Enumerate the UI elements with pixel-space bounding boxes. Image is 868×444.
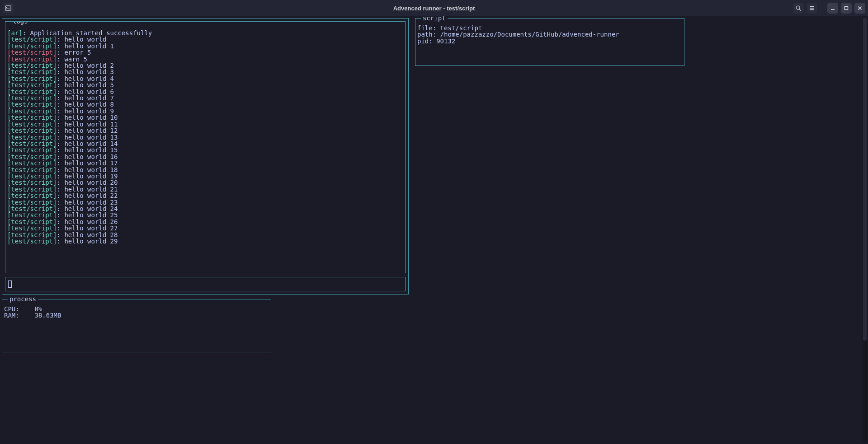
- ram-label: RAM:: [4, 312, 19, 319]
- search-button[interactable]: [793, 3, 804, 14]
- terminal-icon: [5, 5, 11, 11]
- log-line: [test/script]: hello world 28: [7, 232, 403, 238]
- pid-label: pid:: [417, 37, 433, 45]
- log-line: [test/script]: hello world 5: [7, 82, 403, 88]
- window-title: Advenced runner - test/script: [393, 5, 475, 12]
- log-line: [test/script]: error 5: [7, 49, 403, 56]
- minimize-icon: [830, 6, 835, 10]
- ram-value: 38.63MB: [34, 312, 61, 319]
- logs-outer-panel: logs [ar]: Application started successfu…: [2, 18, 409, 294]
- log-line: [test/script]: hello world 20: [7, 179, 403, 186]
- terminal-content: logs [ar]: Application started successfu…: [0, 16, 868, 444]
- script-file-line: file: test/script: [417, 25, 682, 31]
- window-titlebar: Advenced runner - test/script: [0, 0, 868, 16]
- log-line: [test/script]: hello world 22: [7, 192, 403, 199]
- new-tab-button[interactable]: [3, 3, 14, 14]
- script-path-line: path: /home/pazzazzo/Documents/GitHub/ad…: [417, 31, 682, 37]
- log-line: [test/script]: hello world 10: [7, 114, 403, 121]
- script-pid-line: pid: 90132: [417, 38, 682, 44]
- command-input[interactable]: [5, 277, 406, 291]
- process-panel: process CPU: 0% RAM: 38.63MB: [2, 299, 271, 352]
- log-line: [test/script]: hello world 9: [7, 108, 403, 114]
- log-line: [test/script]: hello world 7: [7, 95, 403, 101]
- log-line: [test/script]: hello world 21: [7, 186, 403, 192]
- scrollbar-thumb[interactable]: [863, 18, 867, 341]
- log-line: [test/script]: hello world 25: [7, 212, 403, 218]
- log-line: [test/script]: hello world 26: [7, 219, 403, 225]
- log-line: [test/script]: hello world 8: [7, 101, 403, 107]
- log-line: [test/script]: hello world 16: [7, 154, 403, 160]
- log-line: [test/script]: hello world 15: [7, 147, 403, 153]
- cursor-icon: [8, 280, 12, 288]
- pid-value: 90132: [436, 37, 455, 45]
- log-line: [test/script]: hello world 12: [7, 127, 403, 134]
- process-panel-legend: process: [8, 295, 38, 303]
- menu-button[interactable]: [807, 3, 817, 14]
- log-line: [test/script]: hello world 23: [7, 199, 403, 206]
- maximize-button[interactable]: [841, 3, 852, 14]
- process-ram-line: RAM: 38.63MB: [4, 312, 269, 318]
- minimize-button[interactable]: [827, 3, 838, 14]
- close-icon: [858, 6, 862, 10]
- svg-rect-0: [5, 6, 11, 11]
- window-scrollbar[interactable]: [863, 18, 867, 442]
- log-line: [test/script]: hello world 4: [7, 75, 403, 82]
- hamburger-icon: [809, 5, 815, 11]
- log-line: [test/script]: hello world 17: [7, 160, 403, 166]
- search-icon: [795, 5, 802, 11]
- close-button[interactable]: [854, 3, 865, 14]
- log-line: [test/script]: hello world 1: [7, 43, 403, 49]
- log-line: [test/script]: hello world 29: [7, 238, 403, 244]
- script-panel-legend: script: [421, 16, 448, 22]
- log-line: [test/script]: hello world 14: [7, 140, 403, 147]
- script-panel: script file: test/script path: /home/paz…: [415, 18, 684, 66]
- log-message: hello world 29: [64, 238, 118, 245]
- path-value: /home/pazzazzo/Documents/GitHub/advenced…: [440, 31, 619, 38]
- log-tag: [test/script]: [7, 238, 57, 245]
- log-line: [test/script]: hello world: [7, 36, 403, 42]
- svg-rect-7: [845, 7, 848, 10]
- logs-panel[interactable]: logs [ar]: Application started successfu…: [5, 21, 406, 273]
- log-line: [test/script]: hello world 13: [7, 134, 403, 140]
- log-line: [test/script]: warn 5: [7, 56, 403, 62]
- svg-line-2: [799, 9, 801, 10]
- log-lines: [ar]: Application started successfully[t…: [7, 30, 403, 244]
- log-line: [test/script]: hello world 27: [7, 225, 403, 231]
- log-line: [test/script]: hello world 19: [7, 173, 403, 179]
- log-line: [ar]: Application started successfully: [7, 30, 403, 36]
- log-line: [test/script]: hello world 18: [7, 167, 403, 173]
- log-separator: :: [57, 238, 65, 245]
- log-line: [test/script]: hello world 11: [7, 121, 403, 127]
- log-line: [test/script]: hello world 2: [7, 62, 403, 69]
- process-cpu-line: CPU: 0%: [4, 306, 269, 312]
- logs-panel-legend: logs: [11, 21, 30, 25]
- log-line: [test/script]: hello world 24: [7, 206, 403, 212]
- log-line: [test/script]: hello world 3: [7, 69, 403, 75]
- log-line: [test/script]: hello world 6: [7, 89, 403, 95]
- maximize-icon: [844, 6, 849, 10]
